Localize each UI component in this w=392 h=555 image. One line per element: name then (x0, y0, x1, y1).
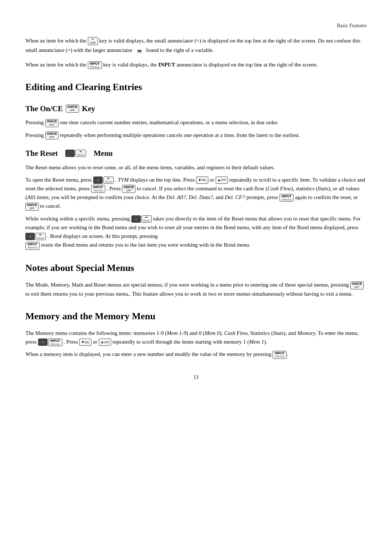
arrow-down-key-mem: ▼DEL (79, 339, 91, 346)
reset-subtitle-end: Menu (94, 147, 113, 159)
intro-text-2b: key is valid displays, the (103, 62, 157, 68)
reset-para2: To open the Reset menu, press ▪ ⇐ Reset … (25, 175, 367, 211)
reset-key-3: ⇐ Reset (36, 233, 46, 240)
all-italic: All (27, 194, 34, 200)
large-equals-symbol: ＝ (134, 47, 145, 55)
mem19-italic: Mem 1-9 (167, 330, 187, 336)
arrow-up-key-mem: ▲STO (99, 339, 111, 346)
once-key-subtitle: The On/CE ON/CE OFF Key (25, 103, 367, 115)
tvm-text: TVM (118, 177, 128, 183)
reset-menu-subtitle: The Reset ⬛ ⇐ Reset Menu (25, 147, 367, 159)
bond-italic: Bond (50, 233, 62, 239)
arrow-down-key: ▼DEL (196, 177, 208, 184)
input-key-reset3: INPUT Memory (25, 242, 40, 250)
memory-key-combo: ▪ INPUT Memory (38, 339, 62, 347)
reset-subtitle-text: The Reset (25, 147, 58, 159)
equals-key-inline: = AMB (88, 37, 98, 45)
dark-key-mem: ▪ (38, 339, 48, 346)
once-key-inline-2: ON/CE OFF (45, 131, 59, 139)
cashflow-italic2: Cash Flow, (224, 330, 249, 336)
intro-text-2d: annunciator is displayed on the top line… (176, 62, 318, 68)
memory-menu-para1: The Memory menu contains the following i… (25, 329, 367, 346)
del-all-italic: Del. All?, Del. Data?, (166, 194, 214, 200)
reset-key-combo-3: ▪ ⇐ Reset (25, 233, 46, 240)
input-key-mem2: INPUT Memory (273, 351, 287, 359)
once-subtitle-end: Key (82, 103, 95, 115)
intro-text-2a: When an item for which the (25, 62, 86, 68)
reset-key-combo-1: ▪ ⇐ Reset (93, 177, 114, 184)
section-label: Basic Features (25, 22, 367, 30)
header: Basic Features (25, 22, 367, 30)
input-key-reset1: INPUT Memory (91, 185, 105, 193)
dark-key-3: ▪ (25, 233, 35, 240)
reset-key-title: ⇐ Reset (75, 150, 86, 157)
once-key-inline-1: ON/CE OFF (45, 119, 59, 127)
mem0-italic: Mem 0 (205, 330, 220, 336)
once-key-icon: ON/CE OFF (66, 105, 79, 113)
onoff-key-special: ON/CE OFF (350, 281, 364, 289)
reset-para1: The Reset menu allows you to reset some,… (25, 163, 367, 172)
memory-menu-title: Memory and the Memory Menu (25, 309, 367, 324)
arrow-up-key: ▲STO (216, 177, 228, 184)
intro-text-1c: found to the right of a variable. (146, 47, 214, 53)
special-menus-para1: The Mode, Memory, Math and Reset menus a… (25, 280, 367, 298)
once-subtitle-text: The On/CE (25, 103, 63, 115)
intro-paragraph-1: When an item for which the = AMB key is … (25, 36, 367, 57)
memory-menu-para2: When a memory item is displayed, you can… (25, 350, 367, 358)
dark-key-title: ⬛ (65, 150, 75, 157)
stats-italic2: Stats (273, 330, 283, 336)
intro-paragraph-2: When an item for which the INPUT Memory … (25, 60, 367, 69)
del-cf-italic: Del. CF? (225, 194, 245, 200)
onoff-key-reset2: ON/CE OFF (25, 203, 39, 211)
memory-italic: Memory. (297, 330, 317, 336)
reset-key-1: ⇐ Reset (103, 177, 114, 184)
reset-key-2: ⇐ Reset (142, 215, 152, 223)
once-key-para2: Pressing ON/CE OFF repeatedly when perfo… (25, 131, 367, 139)
input-key-intro: INPUT Memory (88, 61, 102, 69)
intro-input-annunciator: INPUT (158, 62, 175, 68)
intro-text-1a: When an item for which the (25, 38, 86, 44)
dark-key-1: ▪ (93, 177, 103, 184)
input-key-mem: INPUT Memory (48, 339, 62, 347)
cash-flow-italic: Cash Flow (268, 186, 291, 191)
once-key-para1: Pressing ON/CE OFF one time cancels curr… (25, 118, 367, 127)
reset-para3: While working within a specific menu, pr… (25, 214, 367, 250)
editing-section-title: Editing and Clearing Entries (25, 80, 367, 94)
reset-key-combo-2: ▪ ⇐ Reset (131, 215, 152, 223)
mem1-italic: Mem 1 (249, 339, 264, 345)
input-key-reset2: INPUT Memory (279, 194, 294, 202)
reset-key-combo-title: ⬛ ⇐ Reset (65, 150, 86, 157)
page-number: 13 (25, 373, 367, 381)
dark-key-2: ▪ (131, 215, 141, 223)
stats-italic: Stats (318, 186, 328, 191)
onoff-key-reset1: ON/CE OFF (122, 185, 135, 193)
special-menus-title: Notes about Special Menus (25, 261, 367, 275)
